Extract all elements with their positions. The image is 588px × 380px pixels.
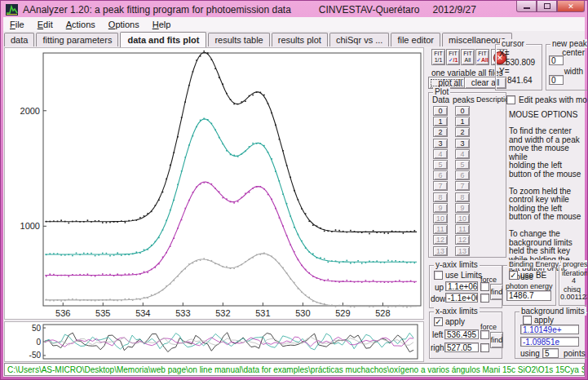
svg-text:528: 528 — [375, 308, 390, 318]
menu-options[interactable]: Options — [102, 19, 146, 30]
data-button-10: 10 — [433, 214, 448, 223]
tab-bar: datafitting parametersdata and fits plot… — [4, 31, 514, 46]
bg-using-points-field[interactable]: 5 — [542, 348, 559, 358]
data-button-5: 5 — [433, 160, 448, 170]
menu-file[interactable]: File — [3, 19, 31, 30]
data-button-7: 7 — [433, 181, 448, 191]
bg-lower-limit-field[interactable]: -1.09851e — [520, 337, 579, 347]
peaks-button-13: 13 — [455, 246, 470, 256]
menu-bar: FileEditActionsOptionsHelp — [3, 17, 585, 32]
tab-results-table[interactable]: results table — [208, 33, 269, 46]
peaks-button-0[interactable]: 0 — [455, 106, 470, 116]
new-peak-width-label: width — [564, 67, 583, 76]
photon-energy-field[interactable]: 1486.7 — [506, 290, 551, 301]
y-up-field[interactable]: 1.1e+06 — [445, 281, 478, 291]
y-down-field[interactable]: -1.1e+06 — [445, 293, 478, 303]
tab-data-and-fits-plot[interactable]: data and fits plot — [120, 32, 206, 47]
x-left-field[interactable]: 536.495 — [444, 329, 479, 339]
app-window: AAnalyzer 1.20: a peak fitting program f… — [0, 0, 588, 380]
peaks-button-12: 12 — [455, 235, 470, 245]
peaks-button-3[interactable]: 3 — [455, 139, 470, 148]
close-button[interactable]: ✕ — [557, 1, 585, 12]
maximize-icon — [544, 3, 550, 9]
plot-col-peaks: peaks — [453, 95, 475, 104]
menu-help[interactable]: Help — [146, 19, 178, 30]
peaks-button-4: 4 — [455, 149, 470, 159]
y-force-down-checkbox[interactable] — [480, 294, 489, 303]
y-axis-limits-group: y-axix limits use Limits force up 1.1e+0… — [429, 265, 502, 308]
new-peak-center-label: center — [562, 48, 585, 57]
progress-group: progress iteration 4 chisq 0.001123 — [559, 265, 588, 306]
x-force-right-checkbox[interactable] — [480, 343, 489, 352]
mouse-options-text: To find the center and width of a peak m… — [509, 127, 588, 282]
menu-actions[interactable]: Actions — [60, 19, 102, 30]
progress-title: progress — [561, 260, 588, 268]
peaks-button-1[interactable]: 1 — [455, 117, 470, 126]
edit-peaks-checkbox[interactable] — [506, 95, 515, 104]
data-button-2[interactable]: 2 — [433, 127, 448, 137]
fit-button-2[interactable]: FIT✓/1 — [446, 49, 460, 65]
use-be-checkbox[interactable]: ✓ — [509, 271, 518, 280]
tab-file-editor[interactable]: file editor — [391, 33, 440, 46]
x-force-left-checkbox[interactable] — [480, 330, 489, 339]
menu-edit[interactable]: Edit — [31, 19, 60, 30]
binding-energy-title: Binding Energy — [507, 260, 560, 268]
cursor-x-value: 530.809 — [506, 58, 535, 67]
data-button-3[interactable]: 3 — [433, 139, 448, 148]
x-find-button[interactable]: find — [490, 332, 503, 348]
main-plot-svg: 53653553453353253153052952810002000 — [5, 48, 423, 319]
bg-apply-label: apply — [534, 316, 554, 325]
svg-text:533: 533 — [175, 308, 190, 318]
new-peak-group-title: new peak — [550, 39, 588, 48]
data-button-13: 13 — [433, 246, 448, 256]
new-peak-center-field[interactable]: 0 — [549, 55, 564, 65]
svg-text:1000: 1000 — [20, 221, 40, 231]
client-area: datafitting parametersdata and fits plot… — [3, 31, 585, 377]
fit-button-3[interactable]: FITAll — [461, 49, 475, 65]
fit-button-4[interactable]: FIT✓All — [475, 49, 489, 65]
bg-upper-limit-field[interactable]: 1.10149e+ — [520, 325, 579, 334]
tab-chisqr-vs-[interactable]: chiSqr vs ... — [329, 33, 389, 46]
cursor-x-label: X= — [499, 49, 510, 58]
binding-energy-group: Binding Energy ✓ use BE photon energy 14… — [502, 265, 556, 306]
app-icon — [6, 4, 18, 15]
svg-text:535: 535 — [95, 308, 110, 318]
peaks-button-5: 5 — [455, 160, 470, 170]
x-apply-label: apply — [445, 317, 465, 326]
peaks-button-11: 11 — [455, 224, 470, 234]
x-apply-checkbox[interactable]: ✓ — [434, 317, 443, 326]
use-limits-label: use Limits — [445, 271, 482, 280]
new-peak-width-field[interactable]: 0 — [549, 75, 564, 85]
x-left-label: left — [432, 330, 443, 339]
y-find-button[interactable]: find — [490, 284, 503, 300]
data-button-1[interactable]: 1 — [433, 117, 448, 126]
main-plot-panel[interactable]: 53653553453353253153052952810002000 — [4, 47, 424, 320]
svg-text:2000: 2000 — [20, 106, 40, 116]
tab-data[interactable]: data — [4, 33, 34, 46]
use-limits-checkbox[interactable] — [434, 271, 443, 280]
tab-fitting-parameters[interactable]: fitting parameters — [36, 33, 118, 46]
x-axis-limits-group: x-axix limits ✓ apply force left 536.495… — [429, 312, 502, 359]
svg-text:-50: -50 — [29, 351, 42, 360]
residual-plot-panel[interactable]: 500-50 — [4, 321, 424, 362]
minimize-button[interactable] — [516, 1, 537, 12]
maximize-button[interactable] — [537, 1, 557, 12]
svg-text:536: 536 — [55, 308, 70, 318]
mouse-options-title: MOUSE OPTIONS — [509, 110, 588, 119]
window-org: CINVESTAV-Querétaro — [319, 4, 420, 15]
plot-col-data: Data — [432, 95, 449, 104]
chisq-value: 0.001123 — [560, 293, 588, 301]
peaks-button-2[interactable]: 2 — [455, 127, 470, 137]
svg-text:532: 532 — [215, 308, 230, 318]
bg-apply-checkbox[interactable] — [523, 316, 532, 325]
fit-button-1[interactable]: FIT1/1 — [431, 49, 445, 65]
background-limits-group: background limits apply 1.10149e+ -1.098… — [515, 312, 588, 359]
x-right-field[interactable]: 527.05 — [444, 342, 479, 352]
tab-results-plot[interactable]: results plot — [272, 33, 328, 46]
status-path: C:\Users\AS-MICRO\Desktop\Memoria\web pa… — [7, 365, 585, 374]
data-button-8: 8 — [433, 192, 448, 202]
y-force-up-checkbox[interactable] — [480, 282, 489, 291]
title-bar[interactable]: AAnalyzer 1.20: a peak fitting program f… — [3, 2, 585, 17]
data-button-0[interactable]: 0 — [433, 106, 448, 116]
peaks-button-7: 7 — [455, 181, 470, 191]
